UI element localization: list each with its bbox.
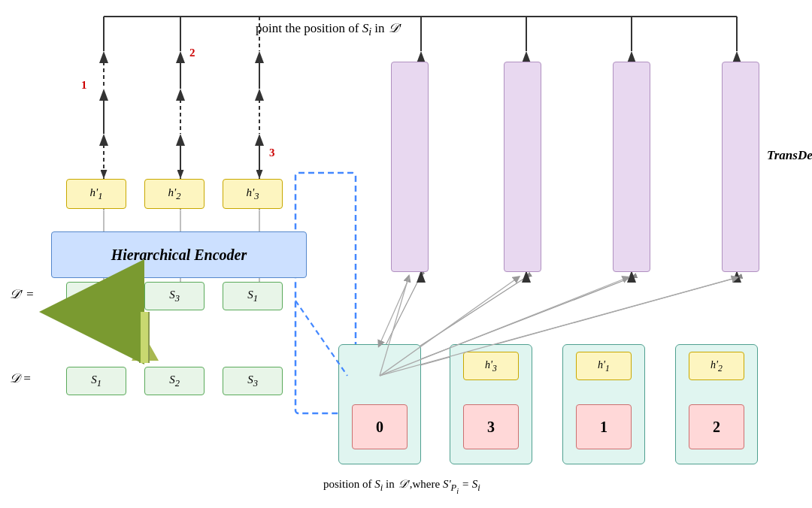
lavender-box-4 [722,62,759,272]
top-label: point the position of Si in 𝒟' [256,21,401,38]
s3-d-box: S3 [223,367,283,395]
transdec-label: TransDecP [767,144,812,163]
s2-d-box: S2 [144,367,205,395]
h-prime-2-bottom-box: h'2 [689,352,744,380]
red-number-1: 1 [81,79,87,92]
svg-line-45 [380,277,410,344]
lavender-box-3 [613,62,650,272]
h-prime-1-bottom-box: h'1 [576,352,632,380]
d-label: 𝒟 = [9,371,32,386]
number-0-box: 0 [352,404,408,449]
d-prime-label: 𝒟' = [9,287,34,302]
lavender-box-1 [391,62,429,272]
s3-dprime-box: S3 [144,282,205,310]
number-3-box: 3 [463,404,519,449]
s1-dprime-box: S1 [223,282,283,310]
lavender-box-2 [504,62,541,272]
shuffling-arrow [132,337,159,361]
h-prime-3-box: h'3 [223,179,283,209]
encoder-label: Hierarchical Encoder [111,246,247,264]
s2-dprime-box: S2 [66,282,126,310]
number-2-box: 2 [689,404,744,449]
s1-d-box: S1 [66,367,126,395]
diagram-container: point the position of Si in 𝒟' 1 2 3 h'1… [0,0,812,508]
h-prime-3-bottom-box: h'3 [463,352,519,380]
red-number-2: 2 [189,47,195,59]
bottom-label: position of Si in 𝒟',where S'Pi = Si [323,478,480,495]
hierarchical-encoder-box: Hierarchical Encoder [51,231,307,278]
h-prime-2-box: h'2 [144,179,205,209]
h-prime-1-box: h'1 [66,179,126,209]
red-number-3: 3 [269,147,275,159]
number-1-box: 1 [576,404,632,449]
